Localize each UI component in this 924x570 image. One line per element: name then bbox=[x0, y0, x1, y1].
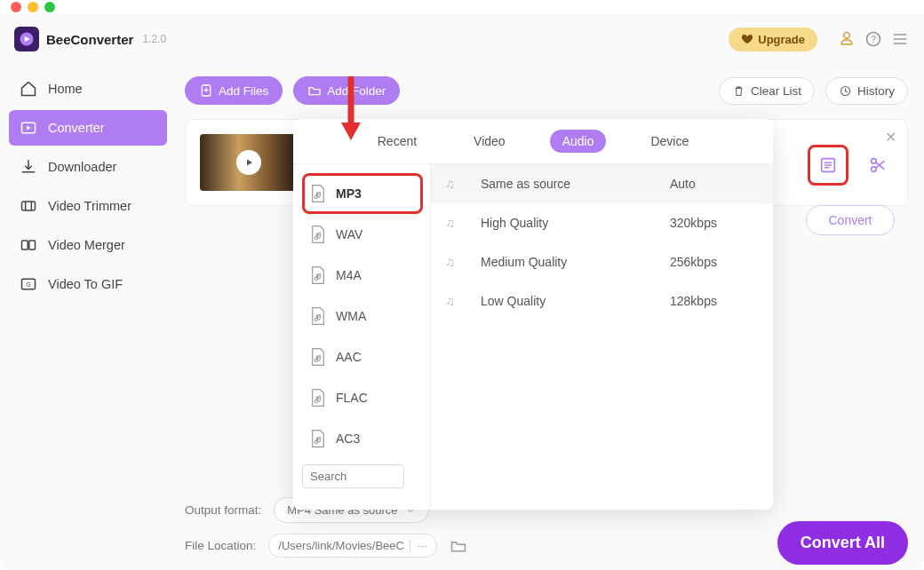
maximize-window-button[interactable] bbox=[44, 2, 55, 12]
convert-file-button[interactable]: Convert bbox=[806, 205, 895, 235]
settings-list-icon bbox=[818, 155, 838, 175]
menu-icon[interactable] bbox=[890, 29, 910, 49]
svg-rect-5 bbox=[22, 202, 36, 210]
format-label: AAC bbox=[336, 350, 362, 364]
toolbar: Add Files Add Folder Clear List History bbox=[185, 76, 908, 105]
music-note-icon: ♫ bbox=[445, 294, 481, 308]
history-icon bbox=[839, 84, 852, 98]
app-name: BeeConverter bbox=[46, 32, 133, 47]
minimize-window-button[interactable] bbox=[28, 2, 38, 12]
format-item-ac3[interactable]: AC3 bbox=[302, 418, 423, 459]
svg-rect-6 bbox=[22, 241, 28, 249]
quality-rate: 128kbps bbox=[670, 294, 759, 308]
merge-icon bbox=[20, 236, 37, 254]
audio-file-icon bbox=[309, 429, 327, 448]
format-item-wma[interactable]: WMA bbox=[302, 296, 423, 336]
sidebar: Home Converter Downloader Video Trimmer … bbox=[0, 64, 176, 570]
quality-item-high[interactable]: ♫ High Quality 320kbps bbox=[431, 203, 773, 242]
sidebar-item-home[interactable]: Home bbox=[9, 71, 167, 107]
convert-all-button[interactable]: Convert All bbox=[777, 521, 908, 565]
quality-rate: Auto bbox=[670, 177, 759, 191]
format-label: MP3 bbox=[336, 186, 362, 201]
add-folder-button[interactable]: Add Folder bbox=[293, 76, 400, 105]
quality-label: Medium Quality bbox=[481, 255, 670, 269]
svg-rect-7 bbox=[29, 241, 36, 249]
format-item-mp3[interactable]: MP3 bbox=[302, 173, 423, 214]
tab-video[interactable]: Video bbox=[461, 130, 518, 153]
upgrade-button[interactable]: Upgrade bbox=[729, 28, 817, 51]
output-settings-button[interactable] bbox=[813, 150, 843, 180]
window-titlebar bbox=[0, 0, 924, 14]
format-search-input[interactable] bbox=[302, 464, 404, 488]
audio-file-icon bbox=[309, 388, 327, 408]
sidebar-item-label: Video Merger bbox=[48, 238, 125, 252]
trash-icon bbox=[732, 84, 745, 98]
sidebar-item-video-merger[interactable]: Video Merger bbox=[9, 227, 167, 263]
quality-item-low[interactable]: ♫ Low Quality 128kbps bbox=[431, 281, 773, 321]
video-thumbnail[interactable] bbox=[200, 134, 298, 191]
scissors-icon bbox=[868, 155, 888, 175]
open-folder-button[interactable] bbox=[450, 537, 467, 555]
bee-logo-icon bbox=[19, 31, 35, 47]
sidebar-item-video-trimmer[interactable]: Video Trimmer bbox=[9, 188, 167, 224]
format-item-aac[interactable]: AAC bbox=[302, 336, 423, 377]
sidebar-item-label: Home bbox=[48, 82, 83, 96]
folder-plus-icon bbox=[307, 83, 322, 98]
tab-device[interactable]: Device bbox=[638, 130, 701, 153]
app-logo bbox=[14, 27, 39, 51]
quality-item-medium[interactable]: ♫ Medium Quality 256kbps bbox=[431, 242, 773, 281]
sidebar-item-converter[interactable]: Converter bbox=[9, 110, 167, 146]
music-note-icon: ♫ bbox=[445, 255, 481, 269]
close-window-button[interactable] bbox=[11, 2, 21, 12]
file-location-value: /Users/link/Movies/BeeC bbox=[278, 539, 404, 552]
heart-icon bbox=[741, 33, 753, 45]
quality-label: Low Quality bbox=[481, 294, 670, 308]
app-version: 1.2.0 bbox=[142, 33, 166, 45]
output-format-label: Output format: bbox=[185, 503, 261, 517]
music-note-icon: ♫ bbox=[445, 216, 481, 230]
folder-icon bbox=[450, 537, 467, 555]
format-item-flac[interactable]: FLAC bbox=[302, 377, 423, 418]
format-list: MP3 WAV M4A WMA AAC FLAC bbox=[293, 164, 431, 510]
home-icon bbox=[20, 80, 37, 98]
tab-recent[interactable]: Recent bbox=[365, 130, 429, 153]
file-location-label: File Location: bbox=[185, 539, 256, 552]
quality-list: ♫ Same as source Auto ♫ High Quality 320… bbox=[431, 164, 773, 510]
download-icon bbox=[20, 158, 37, 176]
clear-list-label: Clear List bbox=[751, 84, 801, 98]
account-icon[interactable] bbox=[837, 29, 856, 49]
file-plus-icon bbox=[199, 83, 213, 98]
quality-rate: 256kbps bbox=[670, 255, 759, 269]
quality-label: Same as source bbox=[481, 177, 670, 191]
sidebar-item-video-to-gif[interactable]: G Video To GIF bbox=[9, 266, 167, 302]
audio-file-icon bbox=[309, 347, 327, 367]
edit-cut-button[interactable] bbox=[863, 150, 893, 180]
file-location-field[interactable]: /Users/link/Movies/BeeC ··· bbox=[268, 534, 436, 558]
audio-file-icon bbox=[309, 225, 327, 244]
quality-rate: 320kbps bbox=[670, 216, 759, 230]
format-label: WMA bbox=[336, 309, 366, 323]
convert-label: Convert bbox=[828, 213, 872, 227]
sidebar-item-downloader[interactable]: Downloader bbox=[9, 149, 167, 185]
help-icon[interactable]: ? bbox=[864, 29, 883, 49]
history-label: History bbox=[857, 84, 895, 98]
annotation-highlight-settings bbox=[808, 145, 848, 186]
history-button[interactable]: History bbox=[825, 77, 908, 105]
format-item-m4a[interactable]: M4A bbox=[302, 255, 423, 296]
format-item-wav[interactable]: WAV bbox=[302, 214, 423, 255]
trim-icon bbox=[20, 197, 37, 215]
quality-item-same-as-source[interactable]: ♫ Same as source Auto bbox=[431, 164, 773, 203]
tab-audio[interactable]: Audio bbox=[550, 130, 607, 153]
remove-file-button[interactable]: ✕ bbox=[885, 129, 896, 146]
clear-list-button[interactable]: Clear List bbox=[719, 77, 815, 105]
add-files-button[interactable]: Add Files bbox=[185, 76, 283, 105]
gif-icon: G bbox=[20, 275, 37, 293]
converter-icon bbox=[20, 119, 37, 137]
audio-file-icon bbox=[309, 184, 327, 203]
format-label: M4A bbox=[336, 268, 362, 282]
audio-file-icon bbox=[309, 265, 327, 285]
quality-label: High Quality bbox=[481, 216, 670, 230]
add-folder-label: Add Folder bbox=[327, 84, 386, 98]
sidebar-item-label: Converter bbox=[48, 121, 105, 135]
format-selection-popup: Recent Video Audio Device MP3 WAV M4A WM… bbox=[293, 119, 773, 510]
